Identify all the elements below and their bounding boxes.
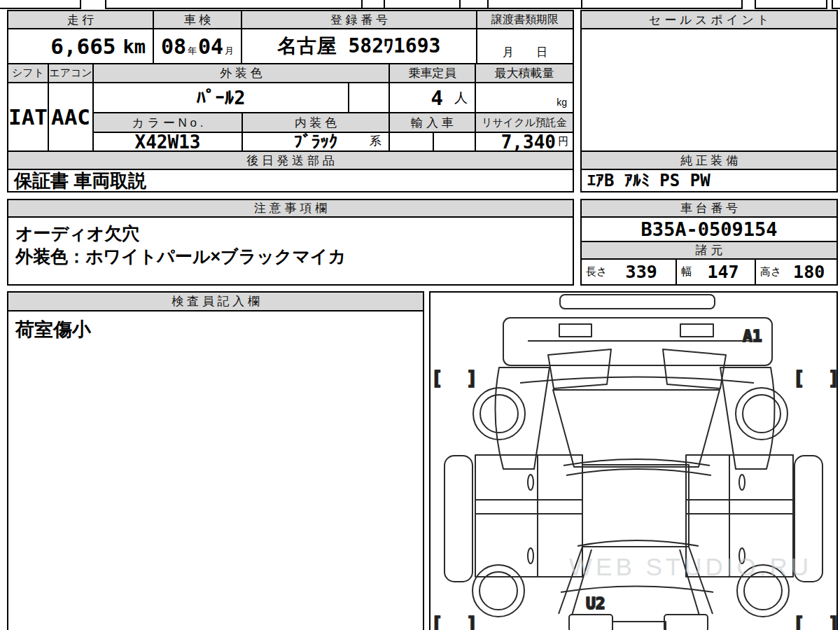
inspection-year-suffix: 年 <box>188 45 197 57</box>
a-pillar-window-right <box>663 349 726 388</box>
bracket-icon: ] <box>828 367 836 388</box>
inspection-value: 08 年 04 月 <box>153 28 242 64</box>
bracket-icon: [ <box>431 367 442 388</box>
front-vent-left <box>559 324 592 337</box>
bracket-icon: [ <box>793 367 804 388</box>
diagram-box: [ ] [ ] [ ] [ ] A1 U2 WEB STUDIO.RU <box>429 291 838 630</box>
import-car-value-right <box>433 132 476 152</box>
top-edge-artifact <box>80 0 81 9</box>
later-parts-text: 保証書 車両取説 <box>14 169 146 193</box>
recycle-deposit-number: 7,340 <box>501 132 556 153</box>
recycle-deposit-unit: 円 <box>558 135 568 150</box>
shift-header: シフト <box>7 63 49 83</box>
inspection-month-suffix: 月 <box>225 45 234 57</box>
import-car-header: 輸 入 車 <box>388 112 476 133</box>
mileage-value: 6,665 km <box>7 28 154 64</box>
doors-left <box>475 455 582 577</box>
door-handle <box>739 475 745 490</box>
interior-color-suffix: 系 <box>370 133 382 149</box>
top-edge-artifact <box>755 8 826 9</box>
top-edge-artifact <box>755 0 756 9</box>
auction-sheet: 走 行 車 検 登 録 番 号 譲渡書類期限 6,665 km 08 年 04 … <box>0 0 840 630</box>
sales-point-header: セ ー ル ス ポ イ ン ト <box>580 10 838 29</box>
recycle-deposit-value: 7,340 円 <box>475 132 574 152</box>
wheel-front-left <box>473 388 525 440</box>
capacity-number: 4 <box>431 86 443 110</box>
rear-bumper-left <box>569 615 612 630</box>
exterior-color-code-box <box>348 82 390 113</box>
max-load-unit: kg <box>556 97 567 108</box>
a-pillar-window-left <box>548 349 611 388</box>
dimension-length-label: 長さ <box>586 265 607 279</box>
chassis-value: B35A-0509154 <box>580 216 838 242</box>
interior-color-value: ﾌﾞﾗｯｸ 系 <box>241 132 390 152</box>
shift-value: IAT <box>7 82 49 152</box>
chassis-header: 車 台 番 号 <box>580 199 838 218</box>
dimension-height-cell: 高さ 180 <box>755 258 838 286</box>
sales-point-body <box>580 28 838 152</box>
bracket-icon: [ <box>793 612 804 630</box>
exterior-color-header: 外 装 色 <box>92 63 390 83</box>
registration-number: 名古屋 582ﾜ1693 <box>278 33 441 59</box>
inspector-text: 荷室傷小 <box>8 312 423 348</box>
top-edge-artifact <box>826 0 827 9</box>
top-edge-artifact <box>0 8 81 9</box>
door-handle <box>528 475 533 490</box>
genuine-equipment-header: 純 正 装 備 <box>580 150 838 170</box>
roof-panel <box>582 465 689 547</box>
transfer-deadline-value: 月 日 <box>476 28 574 64</box>
wheel-rear-left <box>472 565 524 617</box>
inspection-month: 04 <box>198 34 223 59</box>
watermark: WEB STUDIO.RU <box>569 553 812 581</box>
inspection-year: 08 <box>161 34 186 59</box>
top-edge-artifact <box>384 0 385 9</box>
interior-color-header: 内 装 色 <box>241 112 390 133</box>
dimension-width-label: 幅 <box>681 265 692 279</box>
shift-text: IAT <box>8 104 48 130</box>
color-no-text: X42W13 <box>135 132 201 153</box>
damage-code-u2: U2 <box>586 594 606 612</box>
registration-value: 名古屋 582ﾜ1693 <box>241 28 477 64</box>
max-load-value: kg <box>475 82 574 113</box>
inspector-box: 検 査 員 記 入 欄 荷室傷小 <box>7 291 424 630</box>
mileage-number: 6,665 <box>50 34 115 59</box>
rear-bumper-right <box>664 615 708 630</box>
sill-left <box>444 456 472 582</box>
later-parts-header: 後 日 発 送 部 品 <box>7 150 574 170</box>
notes-header: 注 意 事 項 欄 <box>7 199 574 218</box>
rear-bumper-center <box>612 622 666 630</box>
top-edge-artifact <box>361 0 363 9</box>
front-vent-right <box>680 324 713 337</box>
mileage-unit: km <box>122 36 146 57</box>
registration-header: 登 録 番 号 <box>241 10 477 29</box>
bracket-icon: ] <box>466 367 477 388</box>
top-edge-artifact <box>487 0 489 9</box>
aircon-header: エアコン <box>48 63 94 83</box>
capacity-value: 4 人 <box>388 82 476 113</box>
inspection-header: 車 検 <box>153 10 242 29</box>
transfer-deadline-text: 月 日 <box>503 46 547 60</box>
bracket-icon: ] <box>466 612 477 630</box>
notes-line: 外装色：ホワイトパール×ブラックマイカ <box>15 245 566 268</box>
dimension-height-value: 180 <box>781 262 836 282</box>
top-edge-artifact <box>832 0 833 9</box>
bracket-icon: [ <box>431 612 442 630</box>
dimension-height-label: 高さ <box>760 265 781 279</box>
aircon-value: AAC <box>48 82 94 152</box>
capacity-header: 乗車定員 <box>388 63 476 83</box>
color-no-header: カ ラ ー N o . <box>92 112 243 133</box>
color-no-value: X42W13 <box>92 132 243 152</box>
interior-color-text: ﾌﾞﾗｯｸ <box>294 132 338 152</box>
dimension-width-cell: 幅 147 <box>676 258 756 286</box>
capacity-unit: 人 <box>454 89 468 107</box>
dimension-length-cell: 長さ 339 <box>580 258 677 286</box>
exterior-color-text: ﾊﾟｰﾙ2 <box>196 87 245 108</box>
door-handle <box>528 548 533 564</box>
top-edge-artifact <box>741 0 743 9</box>
dimension-width-value: 147 <box>692 262 755 282</box>
import-car-value-left <box>388 132 434 152</box>
top-edge-artifact <box>105 8 741 9</box>
wheel-front-right <box>736 388 788 440</box>
aircon-text: AAC <box>51 104 90 130</box>
recycle-deposit-header: リサイクル預託金 <box>475 112 574 133</box>
